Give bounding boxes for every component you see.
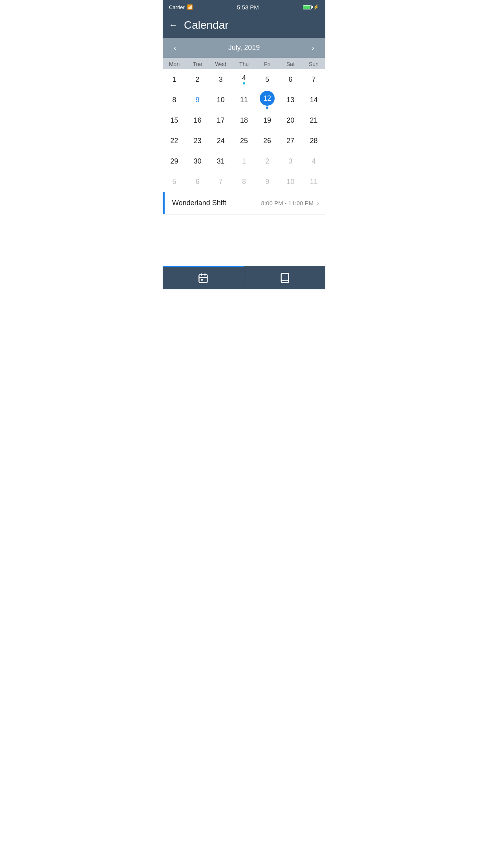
event-time: 8:00 PM - 11:00 PM › xyxy=(261,199,319,207)
day-number: 4 xyxy=(312,158,316,165)
day-number: 31 xyxy=(217,158,225,165)
day-number: 10 xyxy=(217,96,225,103)
day-header-mon: Mon xyxy=(163,61,186,67)
day-number: 6 xyxy=(288,76,292,83)
day-number: 5 xyxy=(172,178,176,185)
day-cell[interactable]: 9 xyxy=(186,90,209,110)
status-left: Carrier 📶 xyxy=(169,4,193,10)
carrier-label: Carrier xyxy=(169,4,185,10)
day-header-tue: Tue xyxy=(186,61,209,67)
day-cell[interactable]: 27 xyxy=(279,131,302,151)
day-number: 19 xyxy=(263,117,271,124)
day-number: 7 xyxy=(219,178,223,185)
day-cell[interactable]: 24 xyxy=(209,131,232,151)
day-number: 21 xyxy=(310,117,317,124)
day-cell[interactable]: 15 xyxy=(163,110,186,131)
status-right: ⚡ xyxy=(303,4,319,10)
status-bar: Carrier 📶 5:53 PM ⚡ xyxy=(163,0,325,14)
day-cell[interactable]: 10 xyxy=(279,171,302,192)
day-cell[interactable]: 12 xyxy=(256,90,279,110)
day-cell[interactable]: 6 xyxy=(279,69,302,90)
prev-month-button[interactable]: ‹ xyxy=(171,42,180,54)
event-item[interactable]: Wonderland Shift 8:00 PM - 11:00 PM › xyxy=(163,192,325,215)
day-cell[interactable]: 20 xyxy=(279,110,302,131)
day-cell[interactable]: 7 xyxy=(209,171,232,192)
events-section: Wonderland Shift 8:00 PM - 11:00 PM › xyxy=(163,192,325,266)
day-cell[interactable]: 1 xyxy=(163,69,186,90)
day-cell[interactable]: 7 xyxy=(302,69,325,90)
day-number: 27 xyxy=(286,137,294,144)
chevron-right-icon: › xyxy=(317,199,319,207)
day-cell[interactable]: 29 xyxy=(163,151,186,171)
day-number: 13 xyxy=(286,96,294,103)
day-cell[interactable]: 22 xyxy=(163,131,186,151)
day-number: 22 xyxy=(171,137,178,144)
tab-tablet[interactable] xyxy=(244,266,326,289)
day-cell[interactable]: 4 xyxy=(232,69,255,90)
day-header-fri: Fri xyxy=(256,61,279,67)
day-cell[interactable]: 4 xyxy=(302,151,325,171)
day-cell[interactable]: 18 xyxy=(232,110,255,131)
battery-icon xyxy=(303,5,312,9)
day-cell[interactable]: 8 xyxy=(163,90,186,110)
day-cell[interactable]: 11 xyxy=(302,171,325,192)
day-number: 12 xyxy=(260,91,275,106)
event-dot xyxy=(266,107,268,109)
day-cell[interactable]: 8 xyxy=(232,171,255,192)
day-header-thu: Thu xyxy=(232,61,255,67)
day-cell[interactable]: 5 xyxy=(256,69,279,90)
day-number: 26 xyxy=(263,137,271,144)
day-number: 2 xyxy=(265,158,269,165)
tab-bar xyxy=(163,266,325,289)
day-number: 28 xyxy=(310,137,317,144)
day-number: 17 xyxy=(217,117,225,124)
next-month-button[interactable]: › xyxy=(308,42,317,54)
day-cell[interactable]: 5 xyxy=(163,171,186,192)
bolt-icon: ⚡ xyxy=(313,4,319,10)
page-title: Calendar xyxy=(184,19,229,31)
day-cell[interactable]: 13 xyxy=(279,90,302,110)
day-cell[interactable]: 31 xyxy=(209,151,232,171)
day-header-sat: Sat xyxy=(279,61,302,67)
event-info: Wonderland Shift xyxy=(169,199,261,207)
day-cell[interactable]: 2 xyxy=(186,69,209,90)
day-cell[interactable]: 26 xyxy=(256,131,279,151)
day-cell[interactable]: 16 xyxy=(186,110,209,131)
day-header-sun: Sun xyxy=(302,61,325,67)
day-cell[interactable]: 23 xyxy=(186,131,209,151)
day-cell[interactable]: 14 xyxy=(302,90,325,110)
day-cell[interactable]: 3 xyxy=(279,151,302,171)
day-cell[interactable]: 25 xyxy=(232,131,255,151)
day-number: 1 xyxy=(172,76,176,83)
day-cell[interactable]: 19 xyxy=(256,110,279,131)
day-cell[interactable]: 28 xyxy=(302,131,325,151)
day-cell[interactable]: 3 xyxy=(209,69,232,90)
day-number: 3 xyxy=(219,76,223,83)
calendar-grid: 1234567891011121314151617181920212223242… xyxy=(163,69,325,192)
day-cell[interactable]: 17 xyxy=(209,110,232,131)
day-cell[interactable]: 11 xyxy=(232,90,255,110)
day-number: 3 xyxy=(288,158,292,165)
day-number: 20 xyxy=(286,117,294,124)
back-button[interactable]: ← xyxy=(169,20,178,30)
status-time: 5:53 PM xyxy=(237,4,259,11)
day-number: 4 xyxy=(242,74,246,81)
day-number: 11 xyxy=(310,178,317,185)
day-number: 16 xyxy=(194,117,202,124)
day-cell[interactable]: 2 xyxy=(256,151,279,171)
day-cell[interactable]: 21 xyxy=(302,110,325,131)
day-number: 1 xyxy=(242,158,246,165)
battery-fill xyxy=(303,6,310,9)
day-number: 9 xyxy=(265,178,269,185)
tab-calendar[interactable] xyxy=(163,266,244,289)
event-name: Wonderland Shift xyxy=(172,199,226,207)
svg-rect-5 xyxy=(281,273,288,282)
calendar-tab-icon xyxy=(198,273,209,284)
day-number: 5 xyxy=(265,76,269,83)
day-cell[interactable]: 6 xyxy=(186,171,209,192)
day-cell[interactable]: 1 xyxy=(232,151,255,171)
day-cell[interactable]: 10 xyxy=(209,90,232,110)
day-cell[interactable]: 9 xyxy=(256,171,279,192)
calendar-nav: ‹ July, 2019 › xyxy=(163,38,325,58)
day-cell[interactable]: 30 xyxy=(186,151,209,171)
